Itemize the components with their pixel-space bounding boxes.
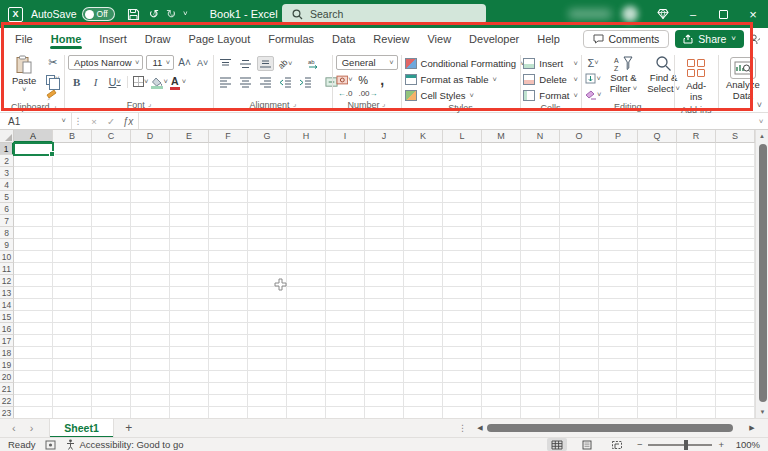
decrease-decimal-button[interactable]: .00→ bbox=[358, 89, 377, 98]
row-header-8[interactable]: 8 bbox=[0, 227, 14, 239]
excel-app-icon[interactable]: X bbox=[8, 7, 23, 22]
column-header-I[interactable]: I bbox=[326, 130, 365, 143]
column-header-N[interactable]: N bbox=[521, 130, 560, 143]
bold-button[interactable]: B bbox=[68, 74, 85, 89]
column-header-H[interactable]: H bbox=[287, 130, 326, 143]
save-icon[interactable] bbox=[127, 8, 140, 21]
sort-filter-button[interactable]: AZ Sort & Filter˅ bbox=[606, 55, 642, 97]
column-header-P[interactable]: P bbox=[599, 130, 638, 143]
row-header-16[interactable]: 16 bbox=[0, 323, 14, 335]
row-header-6[interactable]: 6 bbox=[0, 203, 14, 215]
sheet-tab-sheet1[interactable]: Sheet1 bbox=[49, 419, 113, 438]
borders-button[interactable]: ˅ bbox=[132, 74, 149, 89]
row-header-9[interactable]: 9 bbox=[0, 239, 14, 251]
increase-indent-button[interactable] bbox=[297, 74, 314, 89]
tab-formulas[interactable]: Formulas bbox=[259, 30, 323, 49]
avatar[interactable] bbox=[622, 6, 638, 22]
tab-home[interactable]: Home bbox=[42, 30, 91, 49]
delete-cells-button[interactable]: Delete ˅ bbox=[523, 72, 577, 87]
insert-function-button[interactable]: ƒx bbox=[120, 116, 136, 127]
row-header-12[interactable]: 12 bbox=[0, 275, 14, 287]
tab-review[interactable]: Review bbox=[364, 30, 418, 49]
column-header-D[interactable]: D bbox=[131, 130, 170, 143]
row-header-1[interactable]: 1 bbox=[0, 143, 14, 155]
tab-draw[interactable]: Draw bbox=[136, 30, 180, 49]
user-account-blurred[interactable] bbox=[568, 4, 638, 24]
font-name-combobox[interactable]: Aptos Narrow˅ bbox=[68, 55, 143, 70]
page-layout-view-button[interactable] bbox=[577, 438, 597, 451]
conditional-formatting-button[interactable]: Conditional Formatting ˅ bbox=[405, 56, 525, 71]
insert-cells-button[interactable]: Insert ˅ bbox=[523, 56, 577, 71]
horizontal-scrollbar[interactable] bbox=[485, 418, 747, 437]
undo-button[interactable]: ↺˅ bbox=[149, 8, 157, 20]
row-header-22[interactable]: 22 bbox=[0, 395, 14, 407]
row-header-4[interactable]: 4 bbox=[0, 179, 14, 191]
collapse-ribbon-icon[interactable]: ˅ bbox=[757, 100, 762, 110]
column-header-B[interactable]: B bbox=[53, 130, 92, 143]
zoom-out-icon[interactable]: − bbox=[637, 439, 643, 450]
comma-style-button[interactable]: , bbox=[374, 72, 391, 87]
cancel-entry-button[interactable]: × bbox=[86, 116, 102, 127]
formula-input[interactable] bbox=[139, 113, 754, 129]
row-header-15[interactable]: 15 bbox=[0, 311, 14, 323]
select-all-corner[interactable] bbox=[0, 130, 14, 143]
row-header-19[interactable]: 19 bbox=[0, 359, 14, 371]
copy-button[interactable]: ˅ bbox=[44, 71, 61, 86]
format-cells-button[interactable]: Format ˅ bbox=[523, 88, 577, 103]
autosave-toggle[interactable]: Off bbox=[82, 7, 115, 21]
premium-diamond-icon[interactable] bbox=[648, 0, 678, 28]
tab-page-layout[interactable]: Page Layout bbox=[179, 30, 259, 49]
prev-sheet-icon[interactable]: ‹ bbox=[12, 422, 16, 434]
number-dialog-launcher[interactable]: › bbox=[381, 101, 389, 109]
minimize-button[interactable]: – bbox=[678, 0, 708, 28]
font-size-combobox[interactable]: 11˅ bbox=[146, 55, 174, 70]
wrap-text-button[interactable]: ab bbox=[305, 56, 322, 71]
column-header-O[interactable]: O bbox=[560, 130, 599, 143]
tab-split-handle[interactable]: ⋮ bbox=[458, 423, 467, 433]
autosave-control[interactable]: AutoSave Off bbox=[31, 7, 115, 21]
orientation-button[interactable]: ab˅ bbox=[277, 56, 294, 71]
vertical-scrollbar[interactable]: ▲ ▼ bbox=[755, 130, 768, 418]
fill-color-button[interactable]: ˅ bbox=[151, 74, 168, 89]
share-button[interactable]: Share ˅ bbox=[675, 30, 744, 48]
accounting-format-button[interactable]: ˅ bbox=[336, 72, 353, 87]
row-header-13[interactable]: 13 bbox=[0, 287, 14, 299]
paste-button[interactable]: Paste ˅ bbox=[8, 53, 40, 96]
row-header-7[interactable]: 7 bbox=[0, 215, 14, 227]
zoom-slider-thumb[interactable] bbox=[684, 440, 688, 450]
column-header-M[interactable]: M bbox=[482, 130, 521, 143]
customize-qat-icon[interactable]: ˅ bbox=[183, 10, 188, 18]
analyze-data-button[interactable]: Analyze Data bbox=[722, 55, 764, 104]
column-header-Q[interactable]: Q bbox=[638, 130, 677, 143]
tab-insert[interactable]: Insert bbox=[90, 30, 136, 49]
maximize-button[interactable] bbox=[708, 0, 738, 28]
row-header-21[interactable]: 21 bbox=[0, 383, 14, 395]
zoom-slider[interactable] bbox=[648, 444, 712, 446]
column-header-L[interactable]: L bbox=[443, 130, 482, 143]
zoom-in-icon[interactable]: + bbox=[718, 439, 724, 450]
font-dialog-launcher[interactable]: › bbox=[146, 101, 154, 109]
column-header-C[interactable]: C bbox=[92, 130, 131, 143]
italic-button[interactable]: I bbox=[87, 74, 104, 89]
row-header-14[interactable]: 14 bbox=[0, 299, 14, 311]
tab-data[interactable]: Data bbox=[323, 30, 364, 49]
vertical-scroll-thumb[interactable] bbox=[759, 144, 767, 402]
tab-developer[interactable]: Developer bbox=[460, 30, 528, 49]
sheet-grid[interactable] bbox=[14, 143, 755, 418]
add-ins-button[interactable]: Add-ins bbox=[677, 57, 714, 105]
column-header-S[interactable]: S bbox=[716, 130, 755, 143]
name-box[interactable]: A1 ˅ bbox=[0, 113, 72, 129]
clipboard-dialog-launcher[interactable]: › bbox=[51, 103, 59, 111]
increase-decimal-button[interactable]: ←.0 bbox=[338, 89, 353, 98]
horizontal-scroll-thumb[interactable] bbox=[487, 424, 733, 432]
next-sheet-icon[interactable]: › bbox=[30, 422, 34, 434]
row-header-23[interactable]: 23 bbox=[0, 407, 14, 418]
cell-styles-button[interactable]: Cell Styles ˅ bbox=[405, 88, 474, 103]
column-header-K[interactable]: K bbox=[404, 130, 443, 143]
accessibility-status[interactable]: Accessibility: Good to go bbox=[66, 439, 183, 450]
autosum-button[interactable]: Σ˅ bbox=[585, 55, 602, 70]
row-header-18[interactable]: 18 bbox=[0, 347, 14, 359]
redo-button[interactable]: ↻˅ bbox=[166, 8, 174, 20]
top-align-button[interactable] bbox=[217, 56, 234, 71]
search-box[interactable]: Search bbox=[282, 4, 486, 24]
